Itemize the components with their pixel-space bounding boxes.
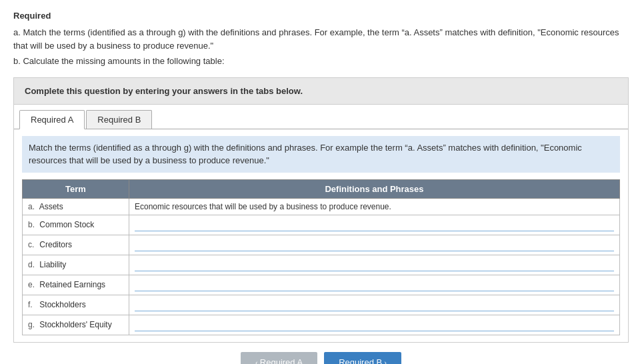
term-cell: a. Assets: [23, 198, 129, 215]
table-row: c. Creditors: [23, 235, 620, 255]
complete-instruction-text: Complete this question by entering your …: [25, 86, 303, 96]
term-cell: b. Common Stock: [23, 215, 129, 235]
term-name: Liability: [37, 260, 66, 269]
next-chevron-icon: ›: [382, 359, 387, 365]
term-letter: f.: [28, 300, 37, 309]
table-row: g. Stockholders' Equity: [23, 315, 620, 335]
tab-required-a[interactable]: Required A: [19, 110, 85, 129]
instructions: a. Match the terms (identified as a thro…: [13, 26, 629, 68]
term-cell: f. Stockholders: [23, 295, 129, 315]
definition-input[interactable]: [135, 259, 614, 271]
term-cell: d. Liability: [23, 255, 129, 275]
definition-cell[interactable]: [129, 315, 620, 335]
definition-input[interactable]: [135, 219, 614, 231]
table-row: d. Liability: [23, 255, 620, 275]
definition-cell[interactable]: [129, 255, 620, 275]
col-def-header: Definitions and Phrases: [129, 179, 620, 198]
match-instruction: Match the terms (identified as a through…: [22, 136, 620, 173]
term-cell: g. Stockholders' Equity: [23, 315, 129, 335]
term-letter: a.: [28, 202, 37, 211]
term-name: Stockholders' Equity: [37, 320, 112, 329]
term-cell: c. Creditors: [23, 235, 129, 255]
complete-instruction-box: Complete this question by entering your …: [13, 77, 629, 105]
definition-text: Economic resources that will be used by …: [135, 202, 391, 211]
table-row: a. AssetsEconomic resources that will be…: [23, 198, 620, 215]
definition-input[interactable]: [135, 319, 614, 331]
definition-cell[interactable]: Economic resources that will be used by …: [129, 198, 620, 215]
prev-chevron-icon: ‹: [255, 359, 260, 365]
definition-cell[interactable]: [129, 235, 620, 255]
term-name: Assets: [37, 202, 63, 211]
table-row: e. Retained Earnings: [23, 275, 620, 295]
term-name: Creditors: [37, 240, 72, 249]
prev-button[interactable]: ‹ Required A: [241, 352, 317, 365]
definition-input[interactable]: [135, 239, 614, 251]
instruction-a: a. Match the terms (identified as a thro…: [13, 26, 629, 52]
tabs-container: Required A Required B Match the terms (i…: [13, 105, 629, 343]
term-letter: d.: [28, 260, 37, 269]
instruction-b: b. Calculate the missing amounts in the …: [13, 55, 629, 68]
next-button[interactable]: Required B ›: [324, 352, 401, 365]
term-name: Common Stock: [37, 220, 94, 229]
definition-cell[interactable]: [129, 275, 620, 295]
definition-cell[interactable]: [129, 295, 620, 315]
prev-button-label: Required A: [260, 357, 303, 365]
term-letter: b.: [28, 220, 37, 229]
table-row: f. Stockholders: [23, 295, 620, 315]
definition-input[interactable]: [135, 299, 614, 311]
term-name: Stockholders: [37, 300, 86, 309]
tab-required-b[interactable]: Required B: [86, 110, 152, 129]
tab-content-required-a: Match the terms (identified as a through…: [14, 129, 628, 342]
term-letter: c.: [28, 240, 37, 249]
term-letter: g.: [28, 320, 37, 329]
next-button-label: Required B: [339, 357, 382, 365]
table-row: b. Common Stock: [23, 215, 620, 235]
tabs-header: Required A Required B: [14, 105, 628, 129]
definition-input[interactable]: [135, 279, 614, 291]
term-name: Retained Earnings: [37, 280, 105, 289]
term-cell: e. Retained Earnings: [23, 275, 129, 295]
buttons-row: ‹ Required A Required B ›: [13, 343, 629, 365]
terms-table: Term Definitions and Phrases a. AssetsEc…: [22, 179, 620, 335]
term-letter: e.: [28, 280, 37, 289]
col-term-header: Term: [23, 179, 129, 198]
definition-cell[interactable]: [129, 215, 620, 235]
required-label: Required: [13, 11, 629, 21]
